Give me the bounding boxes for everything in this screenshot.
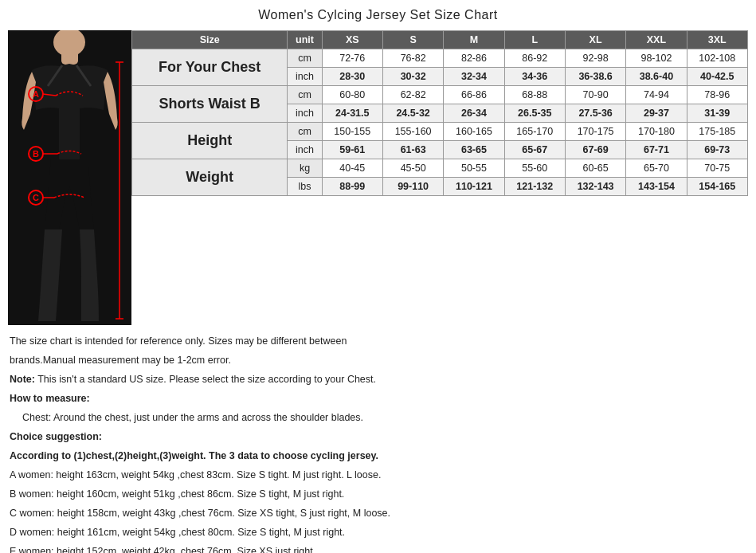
svg-text:B: B <box>33 149 39 159</box>
chest-cm-m: 82-86 <box>444 49 504 68</box>
height-inch-xxl: 67-71 <box>626 141 687 159</box>
page-title: Women's Cylcing Jersey Set Size Chart <box>8 8 748 22</box>
waist-cm-3xl: 78-96 <box>687 86 747 104</box>
col-header-3xl: 3XL <box>687 31 747 49</box>
example-a: A women: height 163cm, weight 54kg ,ches… <box>10 467 746 483</box>
choice-text: According to (1)chest,(2)height,(3)weigh… <box>10 448 746 464</box>
waist-inch-xl: 27.5-36 <box>565 104 625 123</box>
height-inch-xs: 59-61 <box>322 141 382 159</box>
height-cm-l: 165-170 <box>504 123 565 141</box>
chest-inch-m: 32-34 <box>444 68 504 86</box>
example-b: B women: height 160cm, weight 51kg ,ches… <box>10 486 746 502</box>
height-inch-m: 63-65 <box>444 141 504 159</box>
waist-inch-xxl: 29-37 <box>626 104 687 123</box>
col-header-size: Size <box>132 31 288 49</box>
weight-kg-xl: 60-65 <box>565 159 625 178</box>
chest-label: For Your Chest <box>132 49 288 86</box>
waist-cm-s: 62-82 <box>382 86 443 104</box>
col-header-xs: XS <box>322 31 382 49</box>
chest-inch-xxl: 38.6-40 <box>626 68 687 86</box>
col-header-xxl: XXL <box>626 31 687 49</box>
height-unit-cm: cm <box>288 123 322 141</box>
note-label: Note: <box>10 374 35 385</box>
waist-cm-xs: 60-80 <box>322 86 382 104</box>
weight-lbs-s: 99-110 <box>382 178 443 196</box>
table-row: Shorts Waist B cm 60-80 62-82 66-86 68-8… <box>132 86 748 104</box>
chest-inch-l: 34-36 <box>504 68 565 86</box>
how-label: How to measure: <box>10 393 90 404</box>
weight-kg-l: 55-60 <box>504 159 565 178</box>
height-label: Height <box>132 123 288 159</box>
col-header-l: L <box>504 31 565 49</box>
chest-unit-inch: inch <box>288 68 322 86</box>
waist-inch-s: 24.5-32 <box>382 104 443 123</box>
weight-unit-kg: kg <box>288 159 322 178</box>
top-section: A B C <box>8 30 748 325</box>
waist-inch-3xl: 31-39 <box>687 104 747 123</box>
height-cm-s: 155-160 <box>382 123 443 141</box>
example-c: C women: height 158cm, weight 43kg ,ches… <box>10 505 746 521</box>
waist-unit-cm: cm <box>288 86 322 104</box>
weight-kg-xs: 40-45 <box>322 159 382 178</box>
choice-label: Choice suggestion: <box>10 431 102 442</box>
chest-inch-s: 30-32 <box>382 68 443 86</box>
chest-cm-l: 86-92 <box>504 49 565 68</box>
waist-inch-m: 26-34 <box>444 104 504 123</box>
height-inch-s: 61-63 <box>382 141 443 159</box>
example-d: D women: height 161cm, weight 54kg ,ches… <box>10 524 746 540</box>
weight-kg-m: 50-55 <box>444 159 504 178</box>
example-e: E women: height 152cm, weight 42kg ,ches… <box>10 543 746 553</box>
height-inch-3xl: 69-73 <box>687 141 747 159</box>
col-header-unit: unit <box>288 31 322 49</box>
page-container: Women's Cylcing Jersey Set Size Chart <box>0 0 756 553</box>
weight-kg-xxl: 65-70 <box>626 159 687 178</box>
chest-cm-3xl: 102-108 <box>687 49 747 68</box>
height-unit-inch: inch <box>288 141 322 159</box>
weight-lbs-xxl: 143-154 <box>626 178 687 196</box>
note-line1: The size chart is intended for reference… <box>10 333 746 349</box>
waist-cm-l: 68-88 <box>504 86 565 104</box>
model-image: A B C <box>8 30 131 325</box>
chest-cm-xxl: 98-102 <box>626 49 687 68</box>
how-text: Chest: Around the chest, just under the … <box>22 410 746 426</box>
chest-inch-3xl: 40-42.5 <box>687 68 747 86</box>
height-cm-xs: 150-155 <box>322 123 382 141</box>
svg-text:C: C <box>33 193 39 202</box>
weight-lbs-3xl: 154-165 <box>687 178 747 196</box>
col-header-s: S <box>382 31 443 49</box>
col-header-m: M <box>444 31 504 49</box>
waist-cm-m: 66-86 <box>444 86 504 104</box>
table-row: Height cm 150-155 155-160 160-165 165-17… <box>132 123 748 141</box>
table-row: Weight kg 40-45 45-50 50-55 55-60 60-65 … <box>132 159 748 178</box>
chest-inch-xs: 28-30 <box>322 68 382 86</box>
chest-cm-xl: 92-98 <box>565 49 625 68</box>
notes-section: The size chart is intended for reference… <box>8 333 748 553</box>
table-row: For Your Chest cm 72-76 76-82 82-86 86-9… <box>132 49 748 68</box>
svg-text:A: A <box>33 89 39 99</box>
waist-cm-xl: 70-90 <box>565 86 625 104</box>
chest-inch-xl: 36-38.6 <box>565 68 625 86</box>
choice-paragraph: Choice suggestion: <box>10 429 746 445</box>
size-table-wrapper: Size unit XS S M L XL XXL 3XL For Your C… <box>131 30 748 325</box>
weight-kg-3xl: 70-75 <box>687 159 747 178</box>
height-cm-xxl: 170-180 <box>626 123 687 141</box>
height-cm-3xl: 175-185 <box>687 123 747 141</box>
waist-unit-inch: inch <box>288 104 322 123</box>
waist-inch-xs: 24-31.5 <box>322 104 382 123</box>
weight-unit-lbs: lbs <box>288 178 322 196</box>
note-line2: brands.Manual measurement may be 1-2cm e… <box>10 352 746 368</box>
waist-inch-l: 26.5-35 <box>504 104 565 123</box>
chest-cm-s: 76-82 <box>382 49 443 68</box>
chest-unit-cm: cm <box>288 49 322 68</box>
height-cm-xl: 170-175 <box>565 123 625 141</box>
waist-label: Shorts Waist B <box>132 86 288 123</box>
height-cm-m: 160-165 <box>444 123 504 141</box>
weight-lbs-xs: 88-99 <box>322 178 382 196</box>
note-paragraph: Note: This isn't a standard US size. Ple… <box>10 371 746 387</box>
note-text: This isn't a standard US size. Please se… <box>35 374 376 385</box>
weight-label: Weight <box>132 159 288 196</box>
how-paragraph: How to measure: <box>10 390 746 406</box>
weight-lbs-xl: 132-143 <box>565 178 625 196</box>
col-header-xl: XL <box>565 31 625 49</box>
weight-kg-s: 45-50 <box>382 159 443 178</box>
